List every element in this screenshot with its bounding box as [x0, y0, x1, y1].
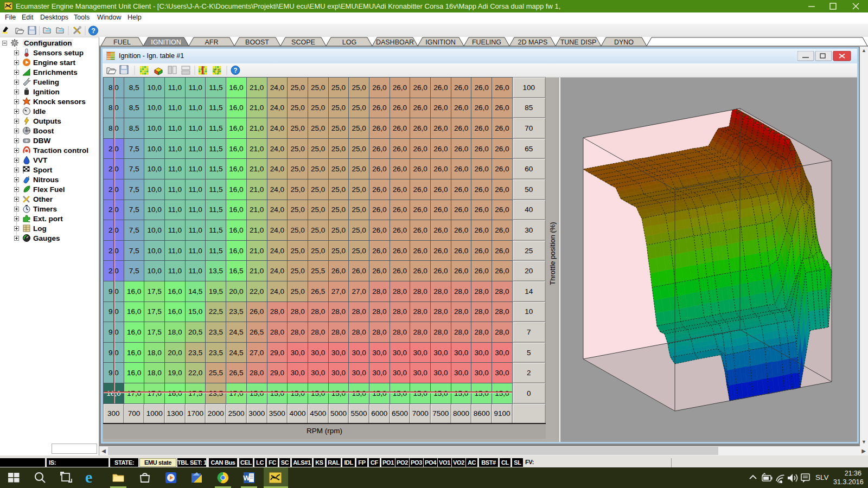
svg-text:2D MAPS: 2D MAPS [518, 38, 548, 46]
svg-text:?: ? [233, 67, 237, 74]
svg-text:FUEL: FUEL [113, 38, 131, 46]
svg-text:IGNITION: IGNITION [151, 38, 181, 46]
svg-text:BOOST: BOOST [245, 38, 269, 46]
svg-text:SCOPE: SCOPE [291, 38, 315, 46]
svg-text:IGNITION: IGNITION [425, 38, 456, 46]
svg-text:DASHBOAR: DASHBOAR [376, 38, 414, 46]
svg-text:DYNO: DYNO [614, 38, 634, 46]
svg-text:?: ? [91, 27, 95, 35]
svg-text:AFR: AFR [205, 38, 219, 46]
svg-text:TUNE DISP: TUNE DISP [560, 38, 597, 46]
svg-text:W: W [243, 474, 250, 482]
svg-text:FUELING: FUELING [472, 38, 501, 46]
svg-text:LOG: LOG [342, 38, 356, 46]
